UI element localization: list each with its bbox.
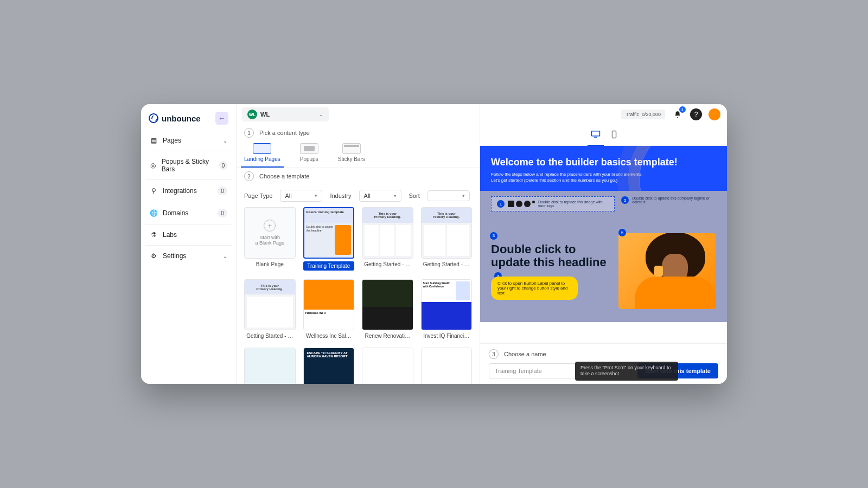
template-grid: + Start with a Blank Page Blank Page Bas… bbox=[244, 207, 472, 384]
template-card[interactable]: ESCAPE TO SERENITY AT AURORA HAVEN RESOR… bbox=[303, 348, 355, 384]
tab-sticky-bars[interactable]: Sticky Bars bbox=[338, 143, 365, 162]
sidebar-item-popups[interactable]: ◎ Popups & Sticky Bars 0 bbox=[145, 153, 232, 177]
svg-rect-1 bbox=[612, 131, 616, 138]
hero-title: Welcome to the builder basics template! bbox=[491, 157, 716, 168]
help-button[interactable]: ? bbox=[690, 108, 702, 120]
notifications-button[interactable]: 1 bbox=[672, 108, 684, 120]
template-chooser: WL WL ⌄ 1 Pick a content type Landing Pa… bbox=[237, 104, 480, 384]
choose-name-section: 3 Choose a name Start with this template… bbox=[480, 343, 727, 384]
chevron-down-icon: ▾ bbox=[462, 193, 465, 198]
template-card[interactable] bbox=[244, 348, 296, 384]
template-card[interactable]: This is yourPrimary Heading. Getting Sta… bbox=[244, 279, 296, 339]
topbar: WL WL ⌄ bbox=[237, 104, 480, 125]
workspace-name: WL bbox=[260, 111, 270, 118]
svg-rect-0 bbox=[591, 131, 599, 136]
collapse-sidebar-button[interactable]: ← bbox=[215, 112, 228, 125]
filter-label: Industry bbox=[330, 192, 351, 199]
preview-logo-row: 1 Double click to replace this image wit… bbox=[480, 191, 727, 217]
brand-logo: unbounce ← bbox=[145, 112, 232, 132]
main: WL WL ⌄ 1 Pick a content type Landing Pa… bbox=[237, 104, 727, 384]
sidebar-item-label: Labs bbox=[163, 231, 177, 239]
tab-label: Popups bbox=[300, 156, 318, 162]
template-name: Getting Started - … bbox=[244, 333, 296, 339]
filter-label: Sort bbox=[409, 192, 420, 199]
preview-headline: Double click to update this headline bbox=[491, 243, 608, 269]
preview-hero: Welcome to the builder basics template! … bbox=[480, 146, 727, 191]
desktop-tab[interactable] bbox=[588, 128, 604, 145]
sidebar-item-label: Settings bbox=[163, 252, 186, 260]
workspace-switcher[interactable]: WL WL ⌄ bbox=[242, 107, 329, 121]
template-name: Renew Renovati… bbox=[362, 333, 413, 339]
step-number: 2 bbox=[244, 171, 254, 181]
sidebar-item-label: Popups & Sticky Bars bbox=[162, 158, 214, 173]
chevron-down-icon: ⌄ bbox=[319, 112, 323, 117]
desktop-icon bbox=[591, 130, 601, 138]
app-window: unbounce ← ▤ Pages ⌄ ◎ Popups & Sticky B… bbox=[141, 104, 727, 384]
template-card[interactable] bbox=[362, 348, 413, 384]
chevron-down-icon: ▾ bbox=[394, 193, 397, 198]
chevron-down-icon: ⌄ bbox=[223, 253, 227, 259]
popups-icon: ◎ bbox=[150, 162, 156, 169]
landing-page-icon bbox=[253, 143, 271, 154]
sidebar: unbounce ← ▤ Pages ⌄ ◎ Popups & Sticky B… bbox=[141, 104, 237, 384]
template-card[interactable]: This is yourPrimary Heading. Getting Sta… bbox=[421, 207, 473, 271]
template-filters: Page Type All▾ Industry All▾ Sort ▾ bbox=[237, 184, 480, 207]
template-card[interactable]: PRODUCT INFO Wellness Inc Sal… bbox=[303, 279, 355, 339]
popup-icon bbox=[300, 143, 318, 154]
tab-popups[interactable]: Popups bbox=[300, 143, 318, 162]
globe-icon: 🌐 bbox=[150, 209, 157, 217]
step-2-header: 2 Choose a template bbox=[237, 168, 480, 184]
mobile-tab[interactable] bbox=[608, 128, 620, 145]
template-blank[interactable]: + Start with a Blank Page Blank Page bbox=[244, 207, 296, 271]
sidebar-item-label: Pages bbox=[163, 137, 181, 144]
tagline-placeholder: 2 Double click to update this company ta… bbox=[621, 196, 716, 204]
page-type-select[interactable]: All▾ bbox=[280, 190, 322, 202]
industry-select[interactable]: All▾ bbox=[359, 190, 401, 202]
chevron-down-icon: ▾ bbox=[315, 193, 317, 198]
mobile-icon bbox=[611, 130, 617, 139]
sidebar-item-label: Domains bbox=[163, 209, 188, 217]
step-number: 3 bbox=[489, 349, 499, 359]
sidebar-item-labs[interactable]: ⚗ Labs bbox=[145, 227, 232, 243]
step-label: Pick a content type bbox=[259, 130, 310, 136]
sidebar-item-integrations[interactable]: ⚲ Integrations 0 bbox=[145, 182, 232, 200]
device-tabs bbox=[480, 125, 727, 146]
logo-placeholder: 1 Double click to replace this image wit… bbox=[491, 196, 615, 211]
sidebar-item-domains[interactable]: 🌐 Domains 0 bbox=[145, 204, 232, 222]
brand-name: unbounce bbox=[162, 114, 201, 123]
sticky-bar-icon bbox=[342, 143, 361, 154]
template-card[interactable] bbox=[421, 348, 473, 384]
template-training[interactable]: Basics training template Double click to… bbox=[303, 207, 355, 271]
preview-hero-image bbox=[618, 233, 716, 309]
count-badge: 0 bbox=[218, 209, 227, 217]
step-label: Choose a template bbox=[259, 173, 309, 179]
template-card[interactable]: Start Building Wealth with Confidence In… bbox=[421, 279, 473, 339]
gear-icon: ⚙ bbox=[150, 252, 157, 260]
count-badge: 0 bbox=[218, 187, 227, 195]
template-grid-scroll[interactable]: + Start with a Blank Page Blank Page Bas… bbox=[237, 207, 480, 384]
template-name: Getting Started - … bbox=[362, 261, 413, 267]
template-name: Getting Started - … bbox=[421, 261, 473, 267]
plus-icon: + bbox=[264, 220, 276, 232]
user-menu[interactable] bbox=[709, 108, 720, 120]
workspace-avatar: WL bbox=[247, 110, 257, 119]
template-card[interactable]: Renew Renovati… bbox=[362, 279, 413, 339]
sidebar-item-settings[interactable]: ⚙ Settings ⌄ bbox=[145, 248, 232, 264]
tab-landing-pages[interactable]: Landing Pages bbox=[244, 143, 280, 162]
preview-cta-button: Click to open Button Label panel to your… bbox=[491, 277, 578, 300]
topbar-right: Traffic 0/20,000 1 ? bbox=[480, 104, 727, 125]
template-name: Training Template bbox=[303, 261, 355, 271]
template-name: Wellness Inc Sal… bbox=[303, 333, 355, 339]
tab-label: Sticky Bars bbox=[338, 156, 365, 162]
sidebar-item-label: Integrations bbox=[163, 187, 197, 195]
template-card[interactable]: This is yourPrimary Heading. Getting Sta… bbox=[362, 207, 413, 271]
sidebar-item-pages[interactable]: ▤ Pages ⌄ bbox=[145, 132, 232, 149]
chevron-down-icon: ⌄ bbox=[223, 138, 227, 144]
hero-subtitle: Follow the steps below and replace the p… bbox=[491, 171, 716, 177]
pages-icon: ▤ bbox=[150, 137, 157, 144]
template-preview[interactable]: Welcome to the builder basics template! … bbox=[480, 146, 727, 343]
tab-label: Landing Pages bbox=[244, 156, 280, 162]
preview-headline-section: 3 Double click to update this headline 4… bbox=[480, 217, 727, 322]
flask-icon: ⚗ bbox=[150, 231, 157, 239]
sort-select[interactable]: ▾ bbox=[427, 190, 470, 201]
